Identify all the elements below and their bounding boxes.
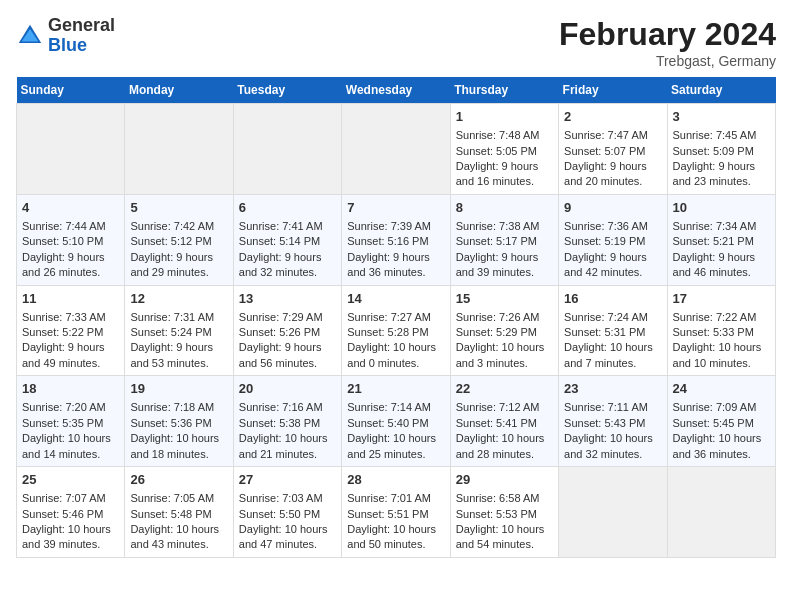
- day-number: 3: [673, 108, 770, 126]
- day-number: 11: [22, 290, 119, 308]
- calendar-cell: 26Sunrise: 7:05 AMSunset: 5:48 PMDayligh…: [125, 467, 233, 558]
- day-info: Sunrise: 7:41 AMSunset: 5:14 PMDaylight:…: [239, 220, 323, 278]
- day-info: Sunrise: 7:36 AMSunset: 5:19 PMDaylight:…: [564, 220, 648, 278]
- day-info: Sunrise: 7:47 AMSunset: 5:07 PMDaylight:…: [564, 129, 648, 187]
- calendar-cell: 18Sunrise: 7:20 AMSunset: 5:35 PMDayligh…: [17, 376, 125, 467]
- calendar-cell: 11Sunrise: 7:33 AMSunset: 5:22 PMDayligh…: [17, 285, 125, 376]
- day-number: 15: [456, 290, 553, 308]
- page-header: General Blue February 2024 Trebgast, Ger…: [16, 16, 776, 69]
- calendar-cell: 9Sunrise: 7:36 AMSunset: 5:19 PMDaylight…: [559, 194, 667, 285]
- calendar-cell: 10Sunrise: 7:34 AMSunset: 5:21 PMDayligh…: [667, 194, 775, 285]
- weekday-header-friday: Friday: [559, 77, 667, 104]
- calendar-cell: [342, 104, 450, 195]
- calendar-cell: 15Sunrise: 7:26 AMSunset: 5:29 PMDayligh…: [450, 285, 558, 376]
- day-number: 10: [673, 199, 770, 217]
- day-number: 23: [564, 380, 661, 398]
- day-info: Sunrise: 7:29 AMSunset: 5:26 PMDaylight:…: [239, 311, 323, 369]
- day-info: Sunrise: 7:01 AMSunset: 5:51 PMDaylight:…: [347, 492, 436, 550]
- day-info: Sunrise: 7:38 AMSunset: 5:17 PMDaylight:…: [456, 220, 540, 278]
- day-info: Sunrise: 7:18 AMSunset: 5:36 PMDaylight:…: [130, 401, 219, 459]
- day-info: Sunrise: 7:16 AMSunset: 5:38 PMDaylight:…: [239, 401, 328, 459]
- calendar-cell: 20Sunrise: 7:16 AMSunset: 5:38 PMDayligh…: [233, 376, 341, 467]
- day-number: 4: [22, 199, 119, 217]
- weekday-header-tuesday: Tuesday: [233, 77, 341, 104]
- week-row-4: 18Sunrise: 7:20 AMSunset: 5:35 PMDayligh…: [17, 376, 776, 467]
- day-info: Sunrise: 7:11 AMSunset: 5:43 PMDaylight:…: [564, 401, 653, 459]
- calendar-cell: 17Sunrise: 7:22 AMSunset: 5:33 PMDayligh…: [667, 285, 775, 376]
- day-number: 5: [130, 199, 227, 217]
- calendar-cell: 5Sunrise: 7:42 AMSunset: 5:12 PMDaylight…: [125, 194, 233, 285]
- calendar-cell: 22Sunrise: 7:12 AMSunset: 5:41 PMDayligh…: [450, 376, 558, 467]
- day-number: 16: [564, 290, 661, 308]
- calendar-cell: 6Sunrise: 7:41 AMSunset: 5:14 PMDaylight…: [233, 194, 341, 285]
- day-number: 22: [456, 380, 553, 398]
- day-number: 27: [239, 471, 336, 489]
- calendar-cell: 23Sunrise: 7:11 AMSunset: 5:43 PMDayligh…: [559, 376, 667, 467]
- day-info: Sunrise: 7:45 AMSunset: 5:09 PMDaylight:…: [673, 129, 757, 187]
- calendar-cell: 21Sunrise: 7:14 AMSunset: 5:40 PMDayligh…: [342, 376, 450, 467]
- day-number: 26: [130, 471, 227, 489]
- day-info: Sunrise: 7:33 AMSunset: 5:22 PMDaylight:…: [22, 311, 106, 369]
- day-number: 17: [673, 290, 770, 308]
- day-info: Sunrise: 7:34 AMSunset: 5:21 PMDaylight:…: [673, 220, 757, 278]
- day-number: 7: [347, 199, 444, 217]
- weekday-header-thursday: Thursday: [450, 77, 558, 104]
- day-number: 13: [239, 290, 336, 308]
- day-info: Sunrise: 7:24 AMSunset: 5:31 PMDaylight:…: [564, 311, 653, 369]
- logo-icon: [16, 22, 44, 50]
- calendar-cell: 1Sunrise: 7:48 AMSunset: 5:05 PMDaylight…: [450, 104, 558, 195]
- main-title: February 2024: [559, 16, 776, 53]
- weekday-header-monday: Monday: [125, 77, 233, 104]
- calendar-cell: 8Sunrise: 7:38 AMSunset: 5:17 PMDaylight…: [450, 194, 558, 285]
- calendar-cell: 7Sunrise: 7:39 AMSunset: 5:16 PMDaylight…: [342, 194, 450, 285]
- week-row-2: 4Sunrise: 7:44 AMSunset: 5:10 PMDaylight…: [17, 194, 776, 285]
- logo-text: General Blue: [48, 16, 115, 56]
- day-number: 8: [456, 199, 553, 217]
- title-area: February 2024 Trebgast, Germany: [559, 16, 776, 69]
- day-number: 9: [564, 199, 661, 217]
- day-number: 25: [22, 471, 119, 489]
- day-number: 6: [239, 199, 336, 217]
- calendar-cell: 13Sunrise: 7:29 AMSunset: 5:26 PMDayligh…: [233, 285, 341, 376]
- logo-general: General: [48, 15, 115, 35]
- day-number: 21: [347, 380, 444, 398]
- logo: General Blue: [16, 16, 115, 56]
- week-row-3: 11Sunrise: 7:33 AMSunset: 5:22 PMDayligh…: [17, 285, 776, 376]
- day-info: Sunrise: 7:20 AMSunset: 5:35 PMDaylight:…: [22, 401, 111, 459]
- day-info: Sunrise: 7:42 AMSunset: 5:12 PMDaylight:…: [130, 220, 214, 278]
- day-info: Sunrise: 7:26 AMSunset: 5:29 PMDaylight:…: [456, 311, 545, 369]
- day-number: 14: [347, 290, 444, 308]
- day-info: Sunrise: 7:39 AMSunset: 5:16 PMDaylight:…: [347, 220, 431, 278]
- calendar-cell: 28Sunrise: 7:01 AMSunset: 5:51 PMDayligh…: [342, 467, 450, 558]
- calendar-cell: 25Sunrise: 7:07 AMSunset: 5:46 PMDayligh…: [17, 467, 125, 558]
- day-number: 19: [130, 380, 227, 398]
- subtitle: Trebgast, Germany: [559, 53, 776, 69]
- calendar-cell: 24Sunrise: 7:09 AMSunset: 5:45 PMDayligh…: [667, 376, 775, 467]
- day-number: 24: [673, 380, 770, 398]
- day-info: Sunrise: 7:07 AMSunset: 5:46 PMDaylight:…: [22, 492, 111, 550]
- calendar-cell: 19Sunrise: 7:18 AMSunset: 5:36 PMDayligh…: [125, 376, 233, 467]
- day-info: Sunrise: 7:05 AMSunset: 5:48 PMDaylight:…: [130, 492, 219, 550]
- calendar-cell: 16Sunrise: 7:24 AMSunset: 5:31 PMDayligh…: [559, 285, 667, 376]
- day-number: 28: [347, 471, 444, 489]
- week-row-5: 25Sunrise: 7:07 AMSunset: 5:46 PMDayligh…: [17, 467, 776, 558]
- calendar-cell: 27Sunrise: 7:03 AMSunset: 5:50 PMDayligh…: [233, 467, 341, 558]
- day-number: 18: [22, 380, 119, 398]
- calendar-cell: 2Sunrise: 7:47 AMSunset: 5:07 PMDaylight…: [559, 104, 667, 195]
- calendar-cell: [667, 467, 775, 558]
- calendar-cell: [125, 104, 233, 195]
- day-number: 1: [456, 108, 553, 126]
- day-number: 29: [456, 471, 553, 489]
- day-info: Sunrise: 7:14 AMSunset: 5:40 PMDaylight:…: [347, 401, 436, 459]
- calendar-cell: 12Sunrise: 7:31 AMSunset: 5:24 PMDayligh…: [125, 285, 233, 376]
- calendar-cell: 3Sunrise: 7:45 AMSunset: 5:09 PMDaylight…: [667, 104, 775, 195]
- day-number: 2: [564, 108, 661, 126]
- calendar-cell: 4Sunrise: 7:44 AMSunset: 5:10 PMDaylight…: [17, 194, 125, 285]
- day-info: Sunrise: 7:48 AMSunset: 5:05 PMDaylight:…: [456, 129, 540, 187]
- weekday-header-sunday: Sunday: [17, 77, 125, 104]
- day-info: Sunrise: 7:03 AMSunset: 5:50 PMDaylight:…: [239, 492, 328, 550]
- week-row-1: 1Sunrise: 7:48 AMSunset: 5:05 PMDaylight…: [17, 104, 776, 195]
- calendar-cell: [17, 104, 125, 195]
- day-info: Sunrise: 7:12 AMSunset: 5:41 PMDaylight:…: [456, 401, 545, 459]
- calendar-cell: 29Sunrise: 6:58 AMSunset: 5:53 PMDayligh…: [450, 467, 558, 558]
